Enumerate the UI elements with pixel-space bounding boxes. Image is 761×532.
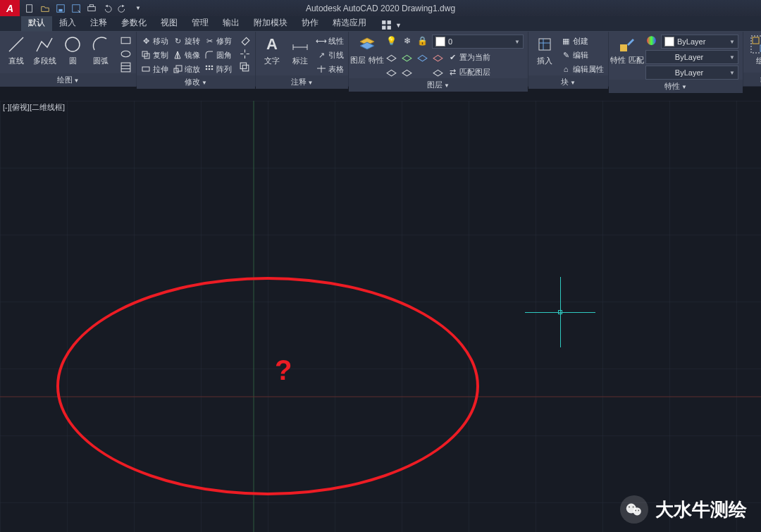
- tool-stretch[interactable]: 拉伸: [141, 63, 168, 75]
- svg-point-38: [647, 36, 656, 45]
- tool-group[interactable]: 组: [748, 35, 761, 66]
- linear-icon: ⟷: [316, 36, 326, 46]
- saveas-icon[interactable]: [70, 3, 82, 14]
- layer-freeze-icon[interactable]: ❄: [401, 35, 413, 47]
- tool-arc[interactable]: 圆弧: [89, 35, 113, 66]
- layer-misc5-icon[interactable]: [385, 66, 397, 78]
- tool-dimension[interactable]: 标注: [288, 35, 312, 66]
- tab-featured[interactable]: 精选应用: [326, 15, 373, 31]
- color-picker-icon[interactable]: [645, 35, 657, 47]
- tab-output[interactable]: 输出: [216, 15, 247, 31]
- tool-array[interactable]: 阵列: [204, 63, 232, 75]
- tool-match-layer[interactable]: ⇄匹配图层: [447, 66, 490, 78]
- tool-block-edit[interactable]: ✎编辑: [561, 49, 604, 61]
- svg-rect-7: [388, 20, 391, 24]
- tool-match-properties[interactable]: 特性 匹配: [613, 35, 641, 64]
- fillet-icon: [204, 50, 214, 60]
- tool-rotate[interactable]: ↻旋转: [173, 35, 200, 47]
- layer-lock-icon[interactable]: 🔒: [416, 35, 428, 47]
- rectangle-icon[interactable]: [120, 35, 132, 47]
- app-logo[interactable]: A: [0, 0, 20, 16]
- ribbon: 直线 多段线 圆 圆弧 绘图▼ ✥移动: [0, 32, 761, 87]
- tool-trim[interactable]: ✂修剪: [204, 35, 232, 47]
- undo-icon[interactable]: [101, 3, 113, 14]
- tool-text[interactable]: A 文字: [260, 35, 284, 66]
- panel-properties-title: 特性: [664, 82, 680, 90]
- layer-dropdown[interactable]: 0 ▼: [432, 35, 524, 49]
- svg-line-10: [9, 37, 23, 51]
- tool-line[interactable]: 直线: [4, 35, 28, 66]
- svg-rect-0: [27, 4, 32, 12]
- tab-annotate[interactable]: 注释: [83, 15, 114, 31]
- tool-scale[interactable]: 缩放: [173, 63, 200, 75]
- panel-block: 插入 ▦创建 ✎编辑 ⌂编辑属性 块▼: [528, 32, 609, 86]
- panel-modify-title: 修改: [185, 78, 200, 86]
- text-icon: A: [262, 35, 282, 54]
- tool-polyline[interactable]: 多段线: [32, 35, 56, 66]
- svg-rect-2: [58, 8, 62, 11]
- offset-icon[interactable]: [239, 61, 251, 73]
- layer-bulb-icon[interactable]: 💡: [385, 35, 397, 47]
- tool-linear[interactable]: ⟷线性: [316, 35, 344, 47]
- apps-icon[interactable]: [380, 19, 392, 31]
- matchlayer-icon: ⇄: [447, 67, 457, 77]
- layer-misc8-icon[interactable]: [432, 66, 444, 78]
- annotation-question-mark: ?: [275, 354, 292, 386]
- tab-parametric[interactable]: 参数化: [114, 15, 154, 31]
- save-icon[interactable]: [55, 3, 66, 14]
- stretch-icon: [141, 64, 151, 74]
- tool-copy[interactable]: 复制: [141, 49, 168, 61]
- layer-misc3-icon[interactable]: [416, 51, 428, 63]
- redo-icon[interactable]: [117, 3, 128, 14]
- drawing-canvas[interactable]: [-][俯视][二维线框] ? 大水牛测绘: [0, 101, 761, 532]
- tool-fillet[interactable]: 圆角: [204, 49, 232, 61]
- insert-block-icon: [535, 35, 555, 54]
- svg-rect-36: [539, 39, 550, 50]
- layer-misc4-icon[interactable]: [432, 51, 444, 63]
- svg-point-27: [211, 68, 214, 70]
- arc-icon: [91, 35, 111, 54]
- tab-default[interactable]: 默认: [21, 15, 52, 31]
- layer-misc6-icon[interactable]: [401, 66, 413, 78]
- svg-rect-9: [388, 26, 391, 30]
- tool-layer-properties[interactable]: 图层 特性: [353, 35, 381, 64]
- tool-leader[interactable]: ↗引线: [316, 49, 344, 61]
- title-bar: A ▼ Autodesk AutoCAD 2020 Drawing1.dwg: [0, 0, 761, 16]
- svg-rect-6: [382, 20, 385, 24]
- erase-icon[interactable]: [239, 35, 251, 47]
- tab-collab[interactable]: 协作: [295, 15, 326, 31]
- tab-addons[interactable]: 附加模块: [247, 15, 295, 31]
- viewport-label[interactable]: [-][俯视][二维线框]: [3, 102, 65, 113]
- explode-icon[interactable]: [239, 48, 251, 60]
- tool-block-attr[interactable]: ⌂编辑属性: [561, 63, 604, 75]
- tool-set-current[interactable]: ✔置为当前: [447, 51, 490, 63]
- tool-move[interactable]: ✥移动: [141, 35, 168, 47]
- tool-insert-block[interactable]: 插入: [533, 35, 557, 66]
- svg-point-25: [206, 68, 208, 70]
- qat-dropdown-icon[interactable]: ▼: [132, 3, 144, 14]
- tool-table[interactable]: 表格: [316, 63, 344, 75]
- tool-block-create[interactable]: ▦创建: [561, 35, 604, 47]
- tool-mirror[interactable]: 镜像: [173, 49, 200, 61]
- panel-draw-title: 绘图: [57, 75, 73, 84]
- tool-circle[interactable]: 圆: [61, 35, 85, 66]
- new-icon[interactable]: [24, 3, 35, 14]
- tab-manage[interactable]: 管理: [185, 15, 216, 31]
- layer-misc1-icon[interactable]: [385, 51, 397, 63]
- plot-icon[interactable]: [86, 3, 97, 14]
- tab-view[interactable]: 视图: [154, 15, 185, 31]
- layer-misc2-icon[interactable]: [401, 51, 413, 63]
- svg-point-26: [209, 68, 211, 70]
- linetype-dropdown[interactable]: ByLayer▼: [645, 66, 738, 80]
- open-icon[interactable]: [39, 3, 51, 14]
- layer-misc7-icon[interactable]: [416, 66, 428, 78]
- color-dropdown[interactable]: ByLayer▼: [661, 35, 738, 49]
- scale-icon: [173, 64, 182, 74]
- annotation-ellipse: [56, 277, 479, 495]
- svg-rect-29: [242, 65, 249, 71]
- hatch-icon[interactable]: [120, 61, 132, 73]
- lineweight-dropdown[interactable]: ByLayer▼: [645, 50, 738, 64]
- tab-insert[interactable]: 插入: [52, 15, 83, 31]
- ellipse-icon[interactable]: [120, 48, 132, 60]
- block-create-icon: ▦: [561, 36, 571, 46]
